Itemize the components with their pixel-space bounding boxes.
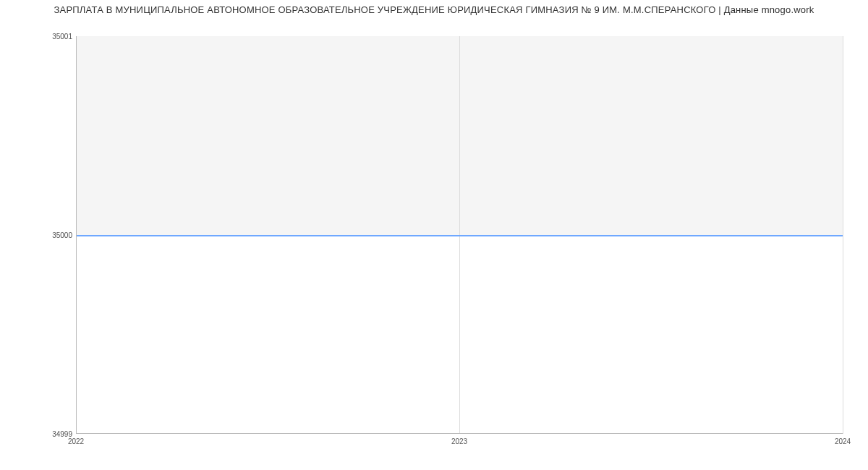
y-tick-mid: 35000 [52,231,72,239]
x-tick-2023: 2023 [451,437,467,445]
salary-line-chart: ЗАРПЛАТА В МУНИЦИПАЛЬНОЕ АВТОНОМНОЕ ОБРА… [0,0,868,470]
axes-frame [76,36,843,434]
x-tick-2024: 2024 [835,437,851,445]
y-tick-top: 35001 [52,33,72,40]
x-tick-2022: 2022 [68,437,84,445]
plot-area [76,36,843,434]
chart-title: ЗАРПЛАТА В МУНИЦИПАЛЬНОЕ АВТОНОМНОЕ ОБРА… [0,4,868,15]
y-tick-bottom: 34999 [52,430,72,438]
gridline-x-2024 [843,36,843,434]
